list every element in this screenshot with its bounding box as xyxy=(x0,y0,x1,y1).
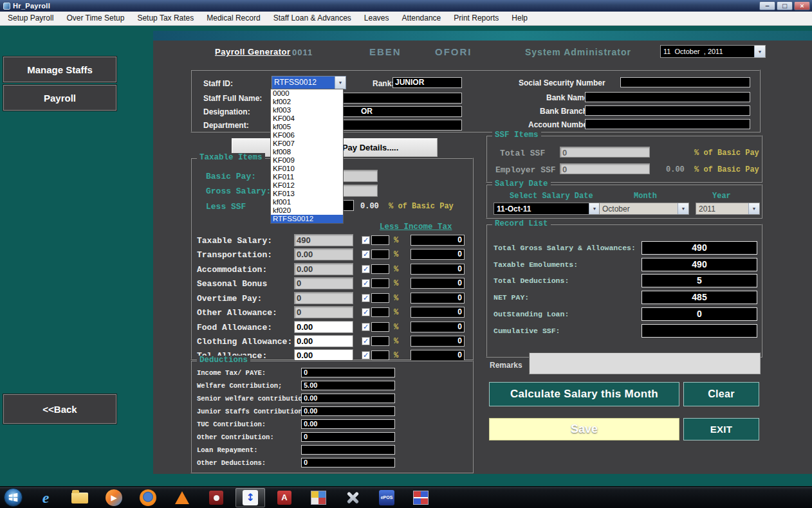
percent-field[interactable] xyxy=(371,293,389,303)
percent-field[interactable] xyxy=(371,235,389,245)
income-tax-field[interactable]: 0 xyxy=(411,264,465,275)
back-button[interactable]: <<Back xyxy=(3,394,116,424)
media-player-icon[interactable]: ▶ xyxy=(99,488,129,507)
amount-field[interactable]: 0 xyxy=(294,292,353,304)
tax-checkbox[interactable]: ✓ xyxy=(362,250,370,259)
deduction-field[interactable]: 0.00 xyxy=(301,394,395,403)
payroll-generator-link[interactable]: Payroll Generator xyxy=(215,47,291,57)
remarks-field[interactable] xyxy=(529,352,761,374)
amount-field[interactable]: 0.00 xyxy=(294,335,353,347)
income-tax-field[interactable]: 0 xyxy=(411,278,465,289)
total-ssf-field[interactable]: 0 xyxy=(560,147,650,158)
income-tax-field[interactable]: 0 xyxy=(411,322,465,332)
deduction-field[interactable]: 0.00 xyxy=(301,419,395,429)
tax-checkbox[interactable]: ✓ xyxy=(362,337,370,345)
dropdown-item[interactable]: KF004 xyxy=(271,114,343,123)
amount-field[interactable]: 0 xyxy=(294,277,353,289)
payroll-button[interactable]: Payroll xyxy=(3,85,116,111)
dropdown-item[interactable]: KF006 xyxy=(271,131,343,140)
year-combobox[interactable]: 2011 ▼ xyxy=(696,203,760,215)
tax-checkbox[interactable]: ✓ xyxy=(362,294,370,302)
month-combobox[interactable]: October ▼ xyxy=(599,203,689,215)
income-tax-field[interactable]: 0 xyxy=(411,350,465,361)
calendar-dropdown-button[interactable]: ▼ xyxy=(589,203,600,214)
recorder-icon[interactable] xyxy=(201,488,231,507)
deduction-field[interactable]: 0.00 xyxy=(301,406,395,416)
tax-checkbox[interactable]: ✓ xyxy=(362,265,370,273)
window-titlebar[interactable]: Hr_Payroll − □ × xyxy=(0,0,812,12)
menu-leaves[interactable]: Leaves xyxy=(358,12,396,25)
rank-field[interactable]: JUNIOR xyxy=(392,77,462,88)
dropdown-item[interactable]: kf020 xyxy=(271,206,343,215)
percent-field[interactable] xyxy=(371,264,389,274)
dropdown-item[interactable]: kf001 xyxy=(271,198,343,206)
chevron-down-icon[interactable]: ▼ xyxy=(678,203,688,214)
close-button[interactable]: × xyxy=(794,1,810,10)
staff-id-combobox[interactable]: RTFSS0012 ▼ xyxy=(272,76,346,89)
header-date-picker[interactable]: 11 October , 2011 ▼ xyxy=(660,45,766,58)
epos-icon[interactable]: ePOS xyxy=(372,488,401,507)
amount-field[interactable]: 0.00 xyxy=(294,248,353,260)
bank-name-field[interactable] xyxy=(585,92,750,102)
staff-id-dropdown-button[interactable]: ▼ xyxy=(335,77,346,89)
menu-setup-tax-rates[interactable]: Setup Tax Rates xyxy=(131,12,200,25)
menu-medical-record[interactable]: Medical Record xyxy=(200,12,266,25)
tax-checkbox[interactable]: ✓ xyxy=(362,351,370,359)
amount-field[interactable]: 0.00 xyxy=(294,321,353,333)
minimize-button[interactable]: − xyxy=(759,1,775,10)
calculate-salary-button[interactable]: Calculate Salary this Month xyxy=(489,382,679,406)
dropdown-item[interactable]: KF010 xyxy=(271,165,343,173)
manage-staffs-button[interactable]: Manage Staffs xyxy=(3,57,116,82)
dropdown-item[interactable]: 0000 xyxy=(271,89,343,98)
deduction-field[interactable]: 0 xyxy=(301,368,395,377)
percent-field[interactable] xyxy=(371,249,389,259)
percent-field[interactable] xyxy=(371,322,389,332)
percent-field[interactable] xyxy=(371,350,389,360)
start-button[interactable] xyxy=(3,487,23,507)
dropdown-item[interactable]: KF009 xyxy=(271,156,343,165)
maximize-button[interactable]: □ xyxy=(777,1,793,10)
menu-help[interactable]: Help xyxy=(505,12,534,25)
menu-overtime-setup[interactable]: Over Time Setup xyxy=(60,12,131,25)
ssn-field[interactable] xyxy=(620,77,750,87)
internet-explorer-icon[interactable]: e xyxy=(31,488,60,507)
save-button[interactable]: Save xyxy=(489,418,679,440)
salary-date-picker[interactable]: 11-Oct-11 ▼ xyxy=(494,203,600,215)
dropdown-item[interactable]: kf002 xyxy=(271,98,343,106)
income-tax-field[interactable]: 0 xyxy=(411,293,465,304)
dropdown-item[interactable]: KF011 xyxy=(271,173,343,181)
adobe-reader-icon[interactable]: A xyxy=(270,488,299,507)
photo-viewer-icon[interactable] xyxy=(304,488,333,507)
dropdown-item[interactable]: kf003 xyxy=(271,106,343,114)
income-tax-field[interactable]: 0 xyxy=(411,336,465,347)
file-explorer-icon[interactable] xyxy=(65,488,95,507)
bank-branch-field[interactable] xyxy=(585,105,750,116)
desktop-grid-icon[interactable] xyxy=(406,488,436,507)
tools-icon[interactable] xyxy=(338,488,367,507)
tax-checkbox[interactable]: ✓ xyxy=(362,279,370,287)
deduction-field[interactable]: 0 xyxy=(301,458,395,467)
account-number-field[interactable] xyxy=(585,119,750,129)
firefox-icon[interactable] xyxy=(133,488,163,507)
dropdown-item[interactable]: KF007 xyxy=(271,140,343,148)
dropdown-item[interactable]: kf005 xyxy=(271,123,343,131)
vlc-icon[interactable] xyxy=(167,488,197,507)
menu-attendance[interactable]: Attendance xyxy=(396,12,448,25)
menu-setup-payroll[interactable]: Setup Payroll xyxy=(1,12,60,25)
menu-staff-loan[interactable]: Staff Loan & Advances xyxy=(267,12,358,25)
deduction-field[interactable]: 0 xyxy=(301,432,395,442)
hr-payroll-app-icon[interactable]: ↕ xyxy=(235,488,265,507)
clear-button[interactable]: Clear xyxy=(683,382,759,406)
percent-field[interactable] xyxy=(371,278,389,288)
deduction-field[interactable] xyxy=(301,445,395,455)
percent-field[interactable] xyxy=(371,307,389,317)
amount-field[interactable]: 0.00 xyxy=(294,263,353,275)
dropdown-item-selected[interactable]: RTFSS0012 xyxy=(271,215,343,223)
menu-print-reports[interactable]: Print Reports xyxy=(447,12,505,25)
amount-field[interactable]: 0 xyxy=(294,306,353,318)
percent-field[interactable] xyxy=(371,336,389,346)
dropdown-item[interactable]: kf008 xyxy=(271,148,343,156)
income-tax-field[interactable]: 0 xyxy=(411,307,465,318)
income-tax-field[interactable]: 0 xyxy=(411,235,465,246)
exit-button[interactable]: EXIT xyxy=(683,418,759,440)
